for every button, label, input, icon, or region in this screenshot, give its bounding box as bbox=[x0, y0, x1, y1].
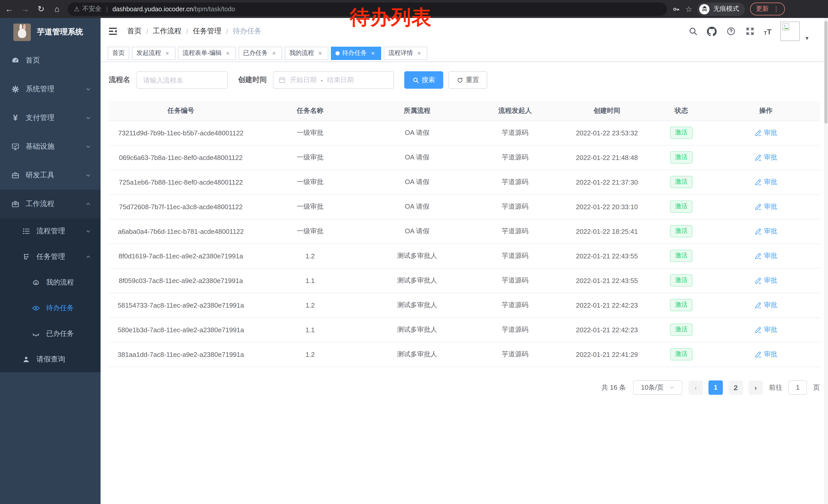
approve-button[interactable]: 审批 bbox=[755, 202, 777, 211]
cell-action: 审批 bbox=[712, 268, 820, 293]
reset-button-label: 重置 bbox=[466, 75, 479, 85]
avatar-dropdown-caret[interactable]: ▼ bbox=[804, 35, 810, 41]
monitor-icon bbox=[11, 142, 19, 151]
page-numbers: 12 bbox=[708, 380, 743, 395]
chrome-update-button[interactable]: 更新 ⋮ bbox=[750, 3, 785, 15]
tab-流程详情[interactable]: 流程详情× bbox=[384, 46, 427, 60]
chevron-down-icon bbox=[85, 86, 91, 92]
approve-label: 审批 bbox=[764, 251, 777, 260]
scrollbar-thumb[interactable] bbox=[824, 21, 827, 124]
breadcrumb-item-工作流程[interactable]: 工作流程 bbox=[153, 27, 181, 36]
cell-created: 2022-01-22 18:25:41 bbox=[563, 219, 651, 243]
page-button-1[interactable]: 1 bbox=[708, 380, 723, 395]
approve-button[interactable]: 审批 bbox=[755, 350, 777, 359]
page-size-select[interactable]: 10条/页 bbox=[633, 380, 682, 395]
sidebar-item-首页[interactable]: 首页 bbox=[0, 46, 100, 75]
cell-created: 2022-01-21 22:42:23 bbox=[563, 317, 651, 342]
close-icon[interactable]: × bbox=[164, 49, 171, 57]
tab-label: 已办任务 bbox=[243, 49, 268, 57]
approve-label: 审批 bbox=[764, 226, 777, 236]
approve-button[interactable]: 审批 bbox=[755, 177, 777, 186]
tab-首页[interactable]: 首页 bbox=[108, 46, 129, 60]
password-key-icon[interactable] bbox=[672, 5, 680, 13]
sidebar-item-支付管理[interactable]: ¥支付管理 bbox=[0, 103, 100, 132]
process-name-input[interactable] bbox=[136, 71, 228, 89]
cell-action: 审批 bbox=[712, 170, 820, 194]
sidebar-item-待办任务[interactable]: 待办任务 bbox=[0, 295, 100, 321]
todo-task-table: 任务编号任务名称所属流程流程发起人创建时间状态操作 73211d9d-7b9b-… bbox=[109, 101, 820, 367]
cell-id: 75d72608-7b7f-11ec-a3c8-acde48001122 bbox=[109, 194, 253, 219]
eye-icon bbox=[32, 304, 40, 312]
approve-button[interactable]: 审批 bbox=[755, 152, 777, 162]
sidebar-item-label: 任务管理 bbox=[36, 252, 65, 262]
close-icon[interactable]: × bbox=[369, 49, 377, 57]
date-range-picker[interactable]: 开始日期 - 结束日期 bbox=[273, 71, 394, 89]
home-icon[interactable]: ⌂ bbox=[50, 2, 64, 16]
tab-待办任务[interactable]: 待办任务× bbox=[331, 46, 381, 60]
breadcrumb-item-任务管理[interactable]: 任务管理 bbox=[193, 27, 222, 36]
status-badge: 激活 bbox=[670, 200, 693, 213]
approve-button[interactable]: 审批 bbox=[755, 226, 777, 236]
cell-action: 审批 bbox=[712, 342, 820, 367]
search-icon[interactable] bbox=[688, 26, 698, 36]
font-size-icon[interactable]: TT bbox=[764, 27, 772, 36]
sidebar-item-我的流程[interactable]: 我的流程 bbox=[0, 270, 100, 295]
bookmark-star-icon[interactable]: ☆ bbox=[686, 4, 692, 13]
approve-button[interactable]: 审批 bbox=[755, 300, 777, 310]
cell-name: 一级审批 bbox=[253, 219, 367, 243]
fullscreen-icon[interactable] bbox=[745, 26, 755, 36]
cell-process: OA 请假 bbox=[367, 121, 467, 145]
page-scrollbar[interactable] bbox=[824, 18, 828, 504]
active-tab-dot bbox=[335, 51, 340, 55]
sidebar-item-请假查询[interactable]: 请假查询 bbox=[0, 347, 100, 372]
pencil-icon bbox=[755, 203, 762, 210]
goto-page-input[interactable] bbox=[788, 380, 807, 395]
tab-我的流程[interactable]: 我的流程× bbox=[285, 46, 328, 60]
menu-fold-icon[interactable] bbox=[108, 26, 119, 37]
sidebar-item-已办任务[interactable]: 已办任务 bbox=[0, 321, 100, 347]
help-icon[interactable] bbox=[726, 26, 736, 36]
sidebar-item-研发工具[interactable]: 研发工具 bbox=[0, 161, 100, 190]
security-status[interactable]: ⚠ 不安全 bbox=[74, 5, 101, 13]
reset-button[interactable]: 重置 bbox=[448, 71, 487, 89]
cell-created: 2022-01-21 22:41:29 bbox=[563, 342, 651, 367]
avatar[interactable] bbox=[780, 21, 800, 41]
tab-已办任务[interactable]: 已办任务× bbox=[239, 46, 282, 60]
app-logo[interactable]: 芋道管理系统 bbox=[0, 18, 100, 46]
page-button-2[interactable]: 2 bbox=[729, 380, 743, 395]
forward-icon[interactable]: → bbox=[18, 2, 32, 16]
sidebar-item-系统管理[interactable]: 系统管理 bbox=[0, 75, 100, 103]
chrome-menu-icon[interactable]: ⋮ bbox=[773, 5, 780, 13]
sidebar-menu: 首页系统管理¥支付管理基础设施研发工具工作流程流程管理任务管理我的流程待办任务已… bbox=[0, 46, 100, 372]
column-header-状态: 状态 bbox=[651, 101, 712, 121]
sidebar-item-基础设施[interactable]: 基础设施 bbox=[0, 132, 100, 161]
close-icon[interactable]: × bbox=[271, 49, 278, 57]
approve-button[interactable]: 审批 bbox=[755, 325, 777, 334]
cell-initiator: 芋道源码 bbox=[467, 293, 563, 317]
annotation-text: 待办列表 bbox=[350, 4, 432, 31]
next-page-button[interactable]: › bbox=[748, 380, 763, 395]
cell-created: 2022-01-21 22:43:55 bbox=[563, 268, 651, 293]
approve-button[interactable]: 审批 bbox=[755, 128, 777, 137]
close-icon[interactable]: × bbox=[317, 49, 324, 57]
cell-action: 审批 bbox=[712, 243, 820, 268]
close-icon[interactable]: × bbox=[224, 49, 232, 57]
search-button[interactable]: 搜索 bbox=[404, 71, 443, 89]
tab-流程表单-编辑[interactable]: 流程表单-编辑× bbox=[178, 46, 236, 60]
end-date-placeholder: 结束日期 bbox=[327, 75, 354, 85]
app-title: 芋道管理系统 bbox=[37, 27, 83, 37]
breadcrumb-item-首页[interactable]: 首页 bbox=[127, 27, 141, 36]
approve-button[interactable]: 审批 bbox=[755, 251, 777, 260]
back-icon[interactable]: ← bbox=[3, 2, 16, 16]
close-icon[interactable]: × bbox=[416, 49, 423, 57]
cell-process: OA 请假 bbox=[367, 170, 467, 194]
sidebar-item-流程管理[interactable]: 流程管理 bbox=[0, 218, 100, 244]
approve-button[interactable]: 审批 bbox=[755, 276, 777, 285]
github-icon[interactable] bbox=[707, 26, 717, 36]
sidebar-item-工作流程[interactable]: 工作流程 bbox=[0, 190, 100, 218]
reload-icon[interactable]: ↻ bbox=[34, 2, 48, 16]
tab-发起流程[interactable]: 发起流程× bbox=[132, 46, 175, 60]
prev-page-button[interactable]: ‹ bbox=[689, 380, 703, 395]
sidebar-item-任务管理[interactable]: 任务管理 bbox=[0, 244, 100, 270]
status-badge: 激活 bbox=[670, 176, 693, 188]
